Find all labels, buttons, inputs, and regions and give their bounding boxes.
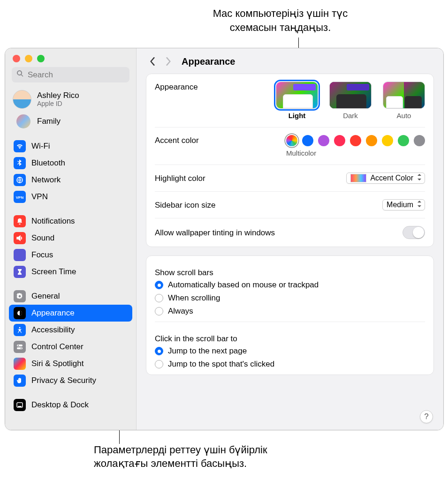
dock-icon [14,399,26,411]
svg-point-8 [17,361,23,367]
appearance-option-label: Dark [343,112,358,120]
sidebar-item-siri-spotlight[interactable]: Siri & Spotlight [5,355,136,372]
accent-color-6[interactable] [382,135,393,146]
sidebar-item-desktop-dock[interactable]: Desktop & Dock [5,397,136,413]
sidebar-item-wi-fi[interactable]: Wi-Fi [5,138,136,155]
sidebar-item-control-center[interactable]: Control Center [5,338,136,355]
sidebar-item-appearance[interactable]: Appearance [9,305,132,322]
sidebar-item-label: Desktop & Dock [31,400,89,410]
gear-icon [14,290,26,302]
svg-rect-10 [18,406,22,407]
sidebar-item-privacy-security[interactable]: Privacy & Security [5,372,136,389]
accent-label: Accent color [155,135,277,145]
chevron-updown-icon [417,201,422,209]
accent-color-2[interactable] [318,135,329,146]
sidebar-item-label: Screen Time [31,267,76,277]
tinting-label: Allow wallpaper tinting in windows [155,227,393,238]
accent-color-4[interactable] [350,135,361,146]
vpn-icon: VPN [14,191,26,203]
tinting-toggle[interactable] [402,226,425,239]
sidebar-item-label: Notifications [31,217,75,226]
sidebar-item-general[interactable]: General [5,288,136,305]
svg-point-6 [18,345,19,346]
sidebar-item-bluetooth[interactable]: Bluetooth [5,155,136,172]
zoom-window-button[interactable] [37,55,45,62]
sidebar-item-label: VPN [31,192,48,202]
appearance-option-auto[interactable]: Auto [383,82,425,120]
scroll-show-option-0[interactable]: Automatically based on mouse or trackpad [155,280,425,290]
user-name: Ashley Rico [37,91,79,100]
help-button[interactable]: ? [420,410,433,423]
hand-icon [14,375,26,387]
radio-icon [155,281,163,289]
tinting-row: Allow wallpaper tinting in windows [155,218,425,247]
search-icon [16,70,24,80]
callout-top: Mac компьютеріңіз үшін түс схемасын таңд… [0,7,448,34]
scroll-show-block: Show scroll bars Automatically based on … [155,256,425,322]
sidebar-size-select[interactable]: Medium [382,199,425,210]
chevron-updown-icon [417,174,422,182]
family-row[interactable]: Family [5,112,136,134]
accent-color-1[interactable] [302,135,313,146]
scroll-click-option-1[interactable]: Jump to the spot that's clicked [155,360,425,369]
sidebar-item-focus[interactable]: Focus [5,247,136,263]
sidebar-item-label: Privacy & Security [31,376,96,385]
sidebar-nav: Wi-FiBluetoothNetworkVPNVPN Notification… [5,134,136,430]
user-sublabel: Apple ID [37,100,79,107]
accent-color-5[interactable] [366,135,377,146]
moon-icon [14,249,26,261]
nav-back-button[interactable] [147,56,158,67]
accent-color-7[interactable] [398,135,409,146]
sidebar-item-label: Control Center [31,342,84,352]
appearance-label: Appearance [155,82,266,92]
sidebar-item-accessibility[interactable]: Accessibility [5,322,136,338]
radio-icon [155,307,163,315]
scroll-show-group: Automatically based on mouse or trackpad… [155,280,425,316]
svg-point-7 [21,348,22,349]
nav-forward-button[interactable] [163,56,174,67]
content-pane: Appearance Appearance Light Dark [137,48,443,430]
scroll-click-option-0[interactable]: Jump to the next page [155,346,425,356]
siri-icon [14,358,26,370]
sidebar-item-label: Accessibility [31,325,75,335]
apple-id-row[interactable]: Ashley Rico Apple ID [5,87,136,112]
accent-colors [286,135,425,146]
minimize-window-button[interactable] [25,55,32,62]
hourglass-icon [14,266,26,278]
window-controls [5,48,136,67]
highlight-select[interactable]: Accent Color [346,172,425,184]
appearance-panel: Appearance Light Dark Auto [146,74,434,247]
scroll-show-option-label: Automatically based on mouse or trackpad [168,280,319,290]
accessibility-icon [14,324,26,336]
search-field[interactable] [12,67,129,82]
svg-point-3 [19,327,21,329]
family-label: Family [37,117,61,126]
sidebar-item-screen-time[interactable]: Screen Time [5,263,136,280]
settings-window: Ashley Rico Apple ID Family Wi-FiBluetoo… [5,48,444,430]
sidebar-item-network[interactable]: Network [5,172,136,188]
sidebar-item-label: Sound [31,233,54,243]
callout-bottom: Параметрлерді реттеу үшін бүйірлік жолақ… [94,443,267,471]
accent-color-8[interactable] [414,135,425,146]
sidebar-item-vpn[interactable]: VPNVPN [5,188,136,205]
accent-color-0[interactable] [286,135,297,146]
sidebar-item-sound[interactable]: Sound [5,230,136,247]
appearance-icon [14,307,26,319]
appearance-option-dark[interactable]: Dark [329,82,372,120]
switches-icon [14,341,26,353]
sidebar: Ashley Rico Apple ID Family Wi-FiBluetoo… [5,48,137,430]
appearance-option-light[interactable]: Light [276,82,318,120]
highlight-row: Highlight color Accent Color [155,165,425,192]
search-input[interactable] [28,70,127,80]
scroll-show-option-label: When scrolling [168,293,220,303]
user-avatar [13,90,31,109]
scroll-click-block: Click in the scroll bar to Jump to the n… [155,322,425,375]
scroll-click-option-label: Jump to the spot that's clicked [168,360,274,369]
accent-color-3[interactable] [334,135,345,146]
radio-icon [155,360,163,368]
sidebar-item-notifications[interactable]: Notifications [5,213,136,230]
scroll-show-option-2[interactable]: Always [155,307,425,316]
scroll-show-option-1[interactable]: When scrolling [155,293,425,303]
scroll-click-group: Jump to the next pageJump to the spot th… [155,346,425,369]
close-window-button[interactable] [13,55,20,62]
